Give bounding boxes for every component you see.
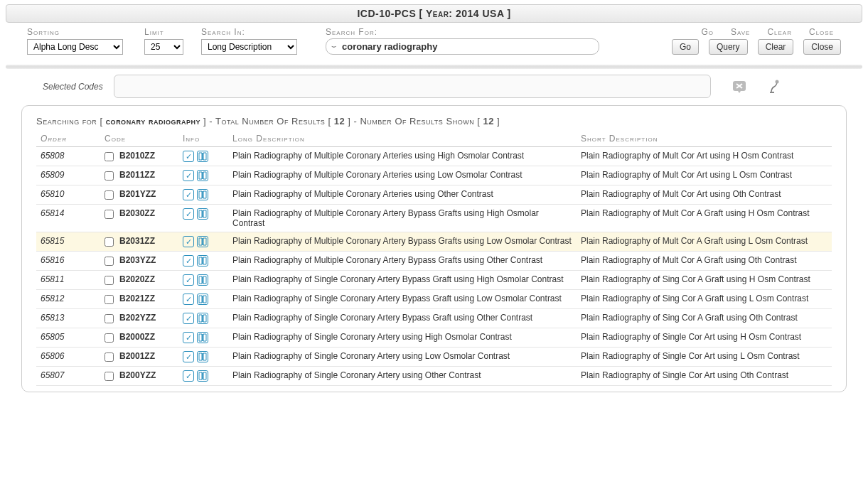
clear-button[interactable]: Clear	[758, 39, 794, 55]
cell-long: Plain Radiography of Multiple Coronary A…	[228, 147, 577, 166]
label-go: Go	[701, 27, 714, 37]
save-query-button[interactable]: Query	[709, 39, 748, 55]
cell-short: Plain Radiography of Mult Cor Art using …	[577, 147, 832, 166]
cell-info: ✓	[178, 147, 228, 166]
check-icon[interactable]: ✓	[183, 236, 194, 247]
row-checkbox[interactable]	[105, 152, 114, 161]
check-icon[interactable]: ✓	[183, 255, 194, 267]
cell-short: Plain Radiography of Single Cor Art usin…	[577, 348, 832, 367]
label-limit: Limit	[144, 27, 201, 37]
selected-codes-input[interactable]	[114, 75, 711, 98]
results-summary: Searching for [ coronary radiography ] -…	[36, 116, 832, 127]
selected-codes-row: Selected Codes	[43, 75, 847, 98]
search-input[interactable]	[326, 38, 599, 55]
book-icon[interactable]	[197, 189, 208, 200]
cell-long: Plain Radiography of Multiple Coronary A…	[228, 166, 577, 185]
cell-info: ✓	[178, 271, 228, 290]
table-row: 65805B2000ZZ✓Plain Radiography of Single…	[36, 328, 832, 348]
tool-icon[interactable]	[768, 80, 782, 94]
cell-info: ✓	[178, 367, 228, 386]
code-value: B2001ZZ	[119, 351, 155, 361]
table-row: 65807B200YZZ✓Plain Radiography of Single…	[36, 367, 832, 386]
book-icon[interactable]	[197, 170, 208, 181]
check-icon[interactable]: ✓	[183, 208, 194, 220]
cell-long: Plain Radiography of Multiple Coronary A…	[228, 232, 577, 252]
cell-order: 65814	[36, 205, 100, 232]
limit-select[interactable]: 25	[144, 39, 183, 55]
cell-info: ✓	[178, 166, 228, 185]
close-button[interactable]: Close	[803, 39, 841, 55]
book-icon[interactable]	[197, 294, 208, 305]
cell-info: ✓	[178, 328, 228, 348]
check-icon[interactable]: ✓	[183, 351, 194, 362]
book-icon[interactable]	[197, 255, 208, 267]
row-checkbox[interactable]	[105, 372, 114, 381]
check-icon[interactable]: ✓	[183, 274, 194, 286]
check-icon[interactable]: ✓	[183, 313, 194, 324]
cell-long: Plain Radiography of Multiple Coronary A…	[228, 252, 577, 271]
check-icon[interactable]: ✓	[183, 189, 194, 200]
cell-info: ✓	[178, 348, 228, 367]
label-sorting: Sorting	[27, 27, 144, 37]
cell-long: Plain Radiography of Single Coronary Art…	[228, 348, 577, 367]
table-row: 65812B2021ZZ✓Plain Radiography of Single…	[36, 290, 832, 309]
row-checkbox[interactable]	[105, 237, 114, 247]
check-icon[interactable]: ✓	[183, 370, 194, 382]
row-checkbox[interactable]	[105, 171, 114, 181]
book-icon[interactable]	[197, 151, 208, 162]
label-search-for: Search For:	[326, 27, 656, 37]
table-row: 65814B2030ZZ✓Plain Radiography of Multip…	[36, 205, 832, 232]
row-checkbox[interactable]	[105, 352, 114, 362]
book-icon[interactable]	[197, 313, 208, 324]
book-icon[interactable]	[197, 351, 208, 362]
row-checkbox[interactable]	[105, 257, 114, 266]
book-icon[interactable]	[197, 236, 208, 247]
table-row: 65810B201YZZ✓Plain Radiography of Multip…	[36, 185, 832, 205]
col-short: Short Description	[577, 131, 832, 147]
check-icon[interactable]: ✓	[183, 151, 194, 162]
col-order: Order	[36, 131, 100, 147]
search-in-select[interactable]: Long Description	[201, 39, 297, 55]
label-save: Save	[731, 27, 750, 37]
results-table: Order Code Info Long Description Short D…	[36, 131, 832, 386]
cell-code: B203YZZ	[100, 252, 178, 271]
cell-short: Plain Radiography of Mult Cor A Graft us…	[577, 232, 832, 252]
book-icon[interactable]	[197, 370, 208, 382]
cell-short: Plain Radiography of Single Cor Art usin…	[577, 367, 832, 386]
code-value: B200YZZ	[119, 370, 156, 380]
check-icon[interactable]: ✓	[183, 170, 194, 181]
row-checkbox[interactable]	[105, 333, 114, 343]
cell-long: Plain Radiography of Single Coronary Art…	[228, 290, 577, 309]
cell-order: 65807	[36, 367, 100, 386]
book-icon[interactable]	[197, 332, 208, 343]
results-panel: Searching for [ coronary radiography ] -…	[21, 105, 847, 392]
cell-code: B2001ZZ	[100, 348, 178, 367]
cell-order: 65816	[36, 252, 100, 271]
check-icon[interactable]: ✓	[183, 332, 194, 343]
go-button[interactable]: Go	[672, 39, 699, 55]
cell-info: ✓	[178, 185, 228, 205]
clear-selection-icon[interactable]	[732, 80, 746, 94]
divider	[6, 65, 862, 69]
code-value: B203YZZ	[119, 255, 156, 265]
book-icon[interactable]	[197, 274, 208, 286]
cell-order: 65810	[36, 185, 100, 205]
row-checkbox[interactable]	[105, 190, 114, 200]
cell-info: ✓	[178, 309, 228, 328]
table-row: 65809B2011ZZ✓Plain Radiography of Multip…	[36, 166, 832, 185]
sorting-select[interactable]: Alpha Long Desc	[27, 39, 123, 55]
col-long: Long Description	[228, 131, 577, 147]
cell-long: Plain Radiography of Single Coronary Art…	[228, 309, 577, 328]
cell-code: B200YZZ	[100, 367, 178, 386]
row-checkbox[interactable]	[105, 314, 114, 323]
check-icon[interactable]: ✓	[183, 294, 194, 305]
book-icon[interactable]	[197, 208, 208, 220]
cell-code: B202YZZ	[100, 309, 178, 328]
cell-order: 65811	[36, 271, 100, 290]
row-checkbox[interactable]	[105, 276, 114, 285]
code-value: B2020ZZ	[119, 274, 155, 284]
page-title: ICD-10-PCS [ Year: 2014 USA ]	[6, 4, 862, 23]
row-checkbox[interactable]	[105, 210, 114, 219]
row-checkbox[interactable]	[105, 295, 114, 304]
cell-long: Plain Radiography of Single Coronary Art…	[228, 271, 577, 290]
